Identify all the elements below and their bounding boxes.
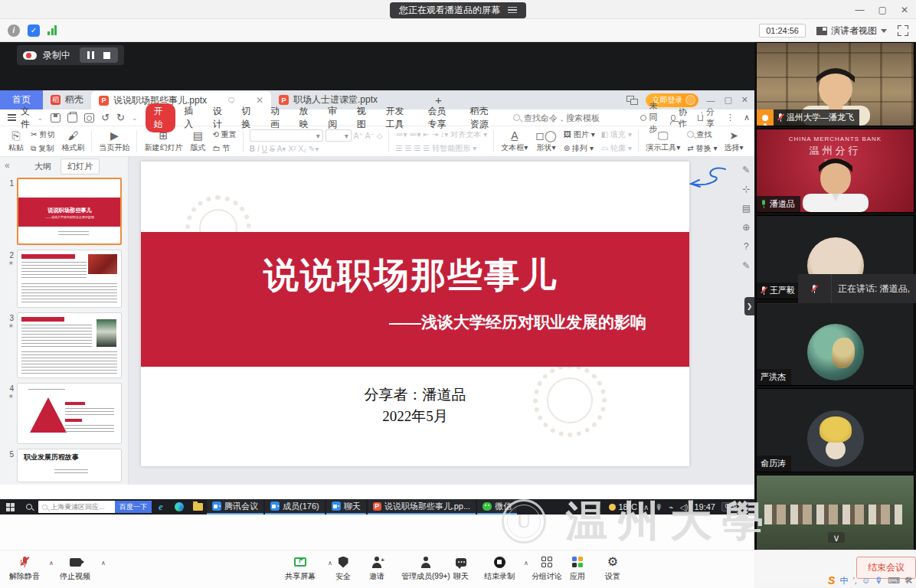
print-icon[interactable] [67,113,77,122]
ime-keyboard-icon[interactable]: ⌨ [888,576,900,586]
taskbar-app-members[interactable]: 成员(176) [265,499,325,514]
meeting-info-icon[interactable]: i [8,24,20,37]
shapes-button[interactable]: ◻◯形状▾ [532,128,560,155]
present-tools-button[interactable]: 🖵演示工具▾ [642,128,684,155]
command-search[interactable] [513,113,639,122]
taskbar-app-wps[interactable]: P说说职场那些事儿.pp... [368,499,476,514]
paste-button[interactable]: ⎘粘贴 [5,128,28,155]
quickbar-more-icon[interactable]: ⌄ [132,114,138,122]
font-size-select[interactable]: ▾ [326,129,352,142]
slide-thumb-4[interactable]: 4★ [0,381,128,446]
font-family-select[interactable]: ▾ [250,129,323,142]
select-button[interactable]: ➤选择▾ [721,128,748,155]
wps-docer-tab[interactable]: 稻 稻壳 [43,90,91,109]
clear-format-icon[interactable]: ◇ [377,132,383,140]
panel-expand-arrow[interactable]: ❯ [744,297,754,315]
section-button[interactable]: 🗀节 [212,143,236,154]
play-from-current-button[interactable]: ▶当页开始 [95,128,133,155]
chat-button[interactable]: 聊天 [453,554,469,582]
new-slide-button[interactable]: ⊞新建幻灯片 [140,128,186,155]
settings-button[interactable]: ⚙ 设置 [605,554,620,582]
file-explorer-icon[interactable] [188,503,207,511]
manage-members-button[interactable]: 管理成员(99+) [401,554,450,582]
ime-toolbox-icon[interactable]: 🛠 [905,576,913,585]
share-options-caret[interactable]: ∧ [328,560,332,567]
unmute-button[interactable]: 解除静音 [9,554,40,582]
superscript-button[interactable]: X² [288,145,296,153]
share-screen-button[interactable]: 共享屏幕 [285,554,316,582]
record-options-caret[interactable]: ∧ [524,560,528,567]
apps-button[interactable]: 应用 [570,554,585,582]
reset-button[interactable]: ⟲重置 [212,129,236,140]
banner-menu-icon[interactable] [508,7,517,14]
window-manage-icon[interactable] [626,96,638,105]
share-button[interactable]: 分享 [698,106,717,129]
baidu-search-button[interactable]: 百度一下 [115,501,152,513]
arrange-button[interactable]: ⊜排列▾ [564,143,595,154]
breakout-rooms-button[interactable]: 分组讨论 [532,554,562,582]
mic-options-caret[interactable]: ∧ [49,560,54,567]
justify-icon[interactable]: ☰ [423,144,430,152]
cut-button[interactable]: ✂剪切 [31,129,54,140]
fill-button[interactable]: ◧填充▾ [601,129,632,140]
print-preview-icon[interactable] [84,113,94,122]
command-search-input[interactable] [524,113,639,122]
taskbar-clock[interactable]: 19:47 [694,502,715,511]
number-list-icon[interactable]: ≕▾ [409,130,420,139]
zoom-tool-icon[interactable]: ⊕ [742,222,750,233]
align-left-icon[interactable]: ☰ [395,144,402,152]
find-button[interactable]: 查找 [687,129,717,140]
stop-video-button[interactable]: 停止视频 [60,554,90,582]
minimize-button[interactable]: — [855,5,865,15]
ime-lang-toggle[interactable]: 中 [839,575,848,586]
collapse-ribbon-icon[interactable]: ∧ [744,113,750,122]
decrease-font-icon[interactable]: A⁻ [365,132,375,140]
taskbar-search-box[interactable]: 上海黄浦区回应... 百度一下 [38,501,152,513]
increase-font-icon[interactable]: A⁺ [354,132,363,140]
pause-recording-button[interactable] [87,51,94,59]
picture-button[interactable]: 🖼图片▾ [564,129,595,140]
slide-thumb-1[interactable]: 1 说说职场那些事儿 ——浅谈大学经历对职业发展的影响 [0,175,128,247]
taskbar-app-meeting[interactable]: 腾讯会议 [207,499,263,514]
video-options-caret[interactable]: ∧ [101,560,106,567]
invite-button[interactable]: + 邀请 [369,554,384,582]
security-shield-icon[interactable]: ✓ [28,24,40,37]
video-tile-2[interactable]: CHINA MERCHANTS BANK 温州分行 Branch 潘道品 [756,129,914,213]
current-slide[interactable]: 说说职场那些事儿 ——浅谈大学经历对职业发展的影响 分享者：潘道品 2022年5… [141,162,689,466]
video-tile-1[interactable]: 温州大学—潘龙飞 [756,42,914,126]
outline-tab[interactable]: 大纲 [28,159,57,174]
save-icon[interactable] [51,113,61,122]
ime-emoji-icon[interactable]: ☺ [862,576,870,585]
slides-tab[interactable]: 幻灯片 [61,158,100,175]
weather-widget[interactable]: 18°C [609,502,637,511]
sogou-input-icon[interactable]: S [828,574,835,586]
view-mode-selector[interactable]: 演讲者视图 [816,24,887,38]
line-spacing-icon[interactable]: ↕▾ [440,130,448,139]
bold-button[interactable]: B [250,145,255,153]
layout-button[interactable]: ▤版式 [186,128,209,155]
stop-recording-button[interactable] [103,52,110,59]
align-center-icon[interactable]: ☰ [404,144,411,152]
slide-nav-icon[interactable]: ▤ [742,203,751,214]
video-tile-4[interactable]: 严洪杰 [756,302,914,386]
outline-button[interactable]: ▭轮廓▾ [601,143,632,154]
copy-button[interactable]: ⧉复制 [31,143,54,154]
help-icon[interactable]: ? [744,241,749,252]
notes-tool-icon[interactable]: ✎ [742,260,750,271]
to-smartart-button[interactable]: 转智能图形 [432,143,470,154]
panel-collapse-icon[interactable]: « [5,160,10,171]
textbox-button[interactable]: A̲文本框▾ [497,128,532,155]
more-menu-icon[interactable]: ⋮ [726,113,734,122]
start-button[interactable] [0,503,20,511]
tray-volume-icon[interactable]: ◁) [679,503,688,511]
ie-icon[interactable]: e [152,501,170,513]
chevron-down-icon[interactable]: ∨ [828,532,845,543]
outdent-icon[interactable]: ⇤ [423,130,429,139]
strike-button[interactable]: S [270,145,275,153]
tray-network-icon[interactable]: ⌁ [669,503,673,511]
undo-icon[interactable]: ↺ [101,112,110,123]
italic-button[interactable]: I [257,145,260,153]
tray-mic-icon[interactable]: 🎙 [655,503,662,511]
security-button[interactable]: 安全 [335,554,351,582]
ime-mic-icon[interactable]: 🎙 [875,576,883,585]
